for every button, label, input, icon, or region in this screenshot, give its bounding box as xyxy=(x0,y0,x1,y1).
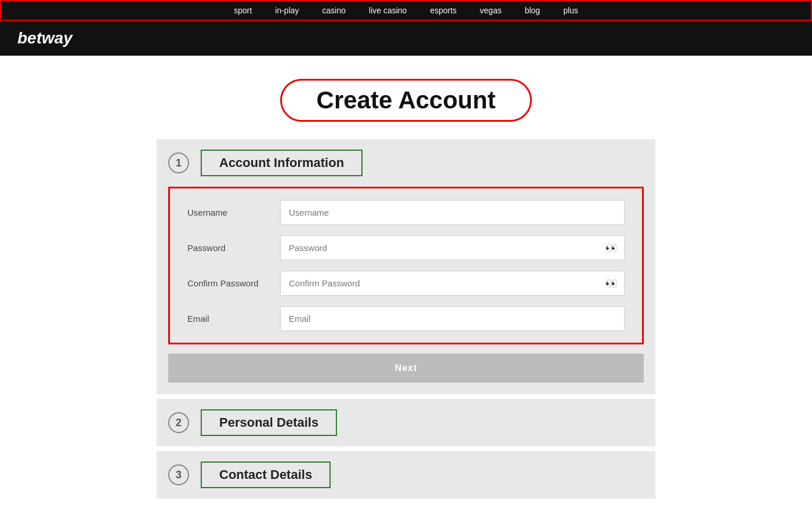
page-content: Create Account 1 Account Information Use… xyxy=(0,56,812,516)
email-input[interactable] xyxy=(280,306,625,331)
logo: betway xyxy=(17,29,72,47)
nav-plus[interactable]: plus xyxy=(563,6,578,15)
step-1-title: Account Information xyxy=(219,155,344,170)
username-label: Username xyxy=(187,208,280,217)
nav-blog[interactable]: blog xyxy=(525,6,540,15)
confirm-password-label: Confirm Password xyxy=(187,278,280,288)
step-1-form-area: Username Password 👀 xyxy=(157,187,655,394)
steps-container: 1 Account Information Username xyxy=(157,139,655,499)
email-label: Email xyxy=(187,314,280,324)
confirm-password-input-wrap: 👀 xyxy=(280,271,625,296)
password-label: Password xyxy=(187,243,280,253)
step-2-number: 2 xyxy=(168,412,189,433)
confirm-password-row: Confirm Password 👀 xyxy=(187,271,625,296)
step-3-header: 3 Contact Details xyxy=(157,451,655,499)
page-title: Create Account xyxy=(280,79,532,122)
nav-vegas[interactable]: vegas xyxy=(480,6,501,15)
step-3-block: 3 Contact Details xyxy=(157,451,655,499)
confirm-password-input[interactable] xyxy=(280,271,625,296)
username-row: Username xyxy=(187,200,625,225)
username-input[interactable] xyxy=(280,200,625,225)
top-navigation: sport in-play casino live casino esports… xyxy=(0,0,812,21)
step-1-form-inner: Username Password 👀 xyxy=(168,187,644,344)
step-1-title-box: Account Information xyxy=(201,150,362,176)
nav-casino[interactable]: casino xyxy=(322,6,346,15)
step-1-block: 1 Account Information Username xyxy=(157,139,655,394)
email-input-wrap xyxy=(280,306,625,331)
confirm-password-eye-icon[interactable]: 👀 xyxy=(605,277,618,290)
password-input-wrap: 👀 xyxy=(280,235,625,260)
password-eye-icon[interactable]: 👀 xyxy=(605,242,618,255)
password-input[interactable] xyxy=(280,235,625,260)
step-1-number: 1 xyxy=(168,152,189,173)
nav-livecasino[interactable]: live casino xyxy=(369,6,407,15)
username-input-wrap xyxy=(280,200,625,225)
password-row: Password 👀 xyxy=(187,235,625,260)
nav-inplay[interactable]: in-play xyxy=(275,6,299,15)
step-2-title-box: Personal Details xyxy=(201,409,337,436)
nav-sport[interactable]: sport xyxy=(234,6,252,15)
next-button[interactable]: Next xyxy=(168,354,644,383)
step-3-title: Contact Details xyxy=(219,467,312,482)
step-2-header: 2 Personal Details xyxy=(157,399,655,446)
email-row: Email xyxy=(187,306,625,331)
step-2-title: Personal Details xyxy=(219,415,318,430)
step-2-block: 2 Personal Details xyxy=(157,399,655,446)
step-3-title-box: Contact Details xyxy=(201,462,331,488)
header: betway xyxy=(0,21,812,56)
step-1-header: 1 Account Information xyxy=(157,139,655,187)
step-3-number: 3 xyxy=(168,464,189,485)
page-title-wrap: Create Account xyxy=(0,79,812,122)
nav-esports[interactable]: esports xyxy=(430,6,456,15)
